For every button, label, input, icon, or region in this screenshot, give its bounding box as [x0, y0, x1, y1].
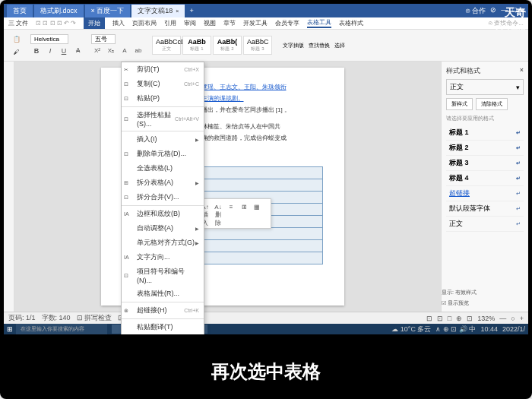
panel-title: 样式和格式	[446, 66, 480, 76]
select-button[interactable]: 选择	[334, 42, 345, 49]
tab-doc1[interactable]: 格式刷.docx	[34, 5, 84, 17]
zoom-slider[interactable]: ○	[511, 315, 515, 322]
chevron-down-icon[interactable]: ▾	[516, 84, 520, 91]
view-mode-1[interactable]: ⊡	[426, 315, 432, 322]
tray-icons[interactable]: ∧ ⊕ ⊡ 🔊 中	[435, 325, 476, 334]
superscript-button[interactable]: X²	[91, 45, 103, 57]
document-area[interactable]: 一龙、童瑶、王志文、王阳、朱珠领衔 袁文康主演的谍战剧。 同八套播出，并在爱奇艺…	[4, 62, 441, 312]
taskbar-search[interactable]: 在这里输入你要搜索的内容	[16, 324, 107, 334]
tab-home[interactable]: 首页	[7, 5, 33, 17]
style-h2[interactable]: AaBb(标题 2	[213, 36, 242, 55]
style-list-item[interactable]: 标题 3↵	[446, 156, 524, 171]
panel-close-icon[interactable]: ×	[520, 66, 524, 76]
view-mode-4[interactable]: ⊕	[456, 315, 462, 322]
view-mode-3[interactable]: □	[448, 315, 451, 322]
highlight-button[interactable]: ab	[132, 45, 144, 57]
context-menu-item[interactable]: 全选表格(L)	[122, 161, 204, 176]
clock-date[interactable]: 2022/1/	[502, 325, 525, 333]
paste-icon[interactable]: 📋	[11, 33, 23, 45]
panel-hint: 请选择要应用的格式	[446, 115, 524, 122]
style-h1[interactable]: AaBb标题 1	[182, 36, 211, 55]
view-mode-5[interactable]: ⊡	[467, 315, 473, 322]
tab-baidu[interactable]: × 百度一下	[85, 5, 131, 17]
context-menu-item[interactable]: 粘贴翻译(T)	[122, 320, 204, 334]
start-button[interactable]: ⊞	[7, 325, 13, 333]
style-list-item[interactable]: 标题 4↵	[446, 171, 524, 186]
context-menu-item[interactable]: IA边框和底纹(B)	[122, 207, 204, 221]
word-count[interactable]: 字数: 140	[42, 313, 71, 323]
tab-chapter[interactable]: 章节	[223, 19, 236, 27]
zoom-out[interactable]: —	[499, 315, 506, 322]
sync-icon[interactable]: ⊘	[490, 6, 496, 16]
text-template-button[interactable]: 文字抽版	[283, 42, 304, 49]
zoom-in[interactable]: +	[520, 315, 524, 322]
qat-icons[interactable]: ⊡ ⊡ ⊡ ⊡ ↶ ↷	[36, 20, 76, 27]
context-menu-item[interactable]: IA文字方向...	[122, 250, 204, 264]
status-bar: 页码: 1/1 字数: 140 ⊡ 拼写检查 ⊡ 文档校对 ⊡ ⊡ □ ⊕ ⊡ …	[4, 312, 528, 324]
clock-time[interactable]: 10:44	[480, 325, 498, 333]
mini-align[interactable]: ≡	[226, 201, 236, 212]
zoom-level[interactable]: 132%	[477, 315, 495, 322]
tab-current-doc[interactable]: 文字文稿18×	[131, 5, 185, 17]
context-menu-item[interactable]: ⊡粘贴(P)	[122, 91, 204, 106]
tab-reference[interactable]: 引用	[164, 19, 176, 27]
style-normal[interactable]: AaBbCcDd正文	[152, 36, 181, 55]
tab-devtools[interactable]: 开发工具	[243, 19, 268, 27]
context-menu-item[interactable]: 单元格对齐方式(G)▶	[122, 236, 204, 250]
tab-layout[interactable]: 页面布局	[132, 19, 157, 27]
style-list-item[interactable]: 标题 1↵	[446, 125, 524, 141]
context-menu-item[interactable]: ⊡复制(C)Ctrl+C	[122, 77, 204, 91]
tab-table-style[interactable]: 表格样式	[339, 19, 363, 27]
context-menu-item[interactable]: ⊡拆分合并(V)...	[122, 190, 204, 204]
mini-delete[interactable]: 删除	[215, 214, 226, 224]
context-menu-item[interactable]: ⊞拆分表格(A)▶	[122, 176, 204, 190]
file-menu[interactable]: 三 文件	[8, 19, 28, 27]
bold-button[interactable]: B	[30, 45, 43, 57]
context-menu-item[interactable]: ✂剪切(T)Ctrl+X	[122, 62, 204, 77]
collab-button[interactable]: ⊙ 合作	[465, 6, 486, 16]
style-list-item[interactable]: 正文↵	[446, 217, 524, 232]
font-family-select[interactable]	[30, 34, 68, 44]
view-mode-2[interactable]: ⊡	[437, 315, 443, 322]
font-color-button[interactable]: A	[119, 45, 131, 57]
mini-merge[interactable]: ⊞	[239, 201, 249, 212]
tab-vip[interactable]: 会员专享	[275, 19, 299, 27]
tab-review[interactable]: 审阅	[184, 19, 196, 27]
show-preview-checkbox[interactable]: ☑ 显示预览	[442, 298, 525, 309]
page-number[interactable]: 页码: 1/1	[8, 313, 36, 323]
subscript-button[interactable]: X₂	[105, 45, 117, 57]
tab-view[interactable]: 视图	[204, 19, 216, 27]
font-size-select[interactable]	[91, 34, 116, 44]
context-menu-item[interactable]: 插入(I)▶	[122, 132, 204, 147]
workspace: 一龙、童瑶、王志文、王阳、朱珠领衔 袁文康主演的谍战剧。 同八套播出，并在爱奇艺…	[4, 62, 528, 312]
italic-button[interactable]: I	[44, 45, 56, 57]
context-menu-item[interactable]: ⊡删除单元格(D)...	[122, 147, 204, 161]
style-list-item[interactable]: 标题 2↵	[446, 141, 524, 156]
spell-check[interactable]: ⊡ 拼写检查	[77, 313, 112, 323]
new-style-button[interactable]: 新样式	[446, 98, 473, 110]
format-painter-icon[interactable]: 🖌	[11, 46, 23, 58]
clear-format-button[interactable]: 清除格式	[476, 98, 508, 110]
close-icon[interactable]: ×	[176, 8, 179, 14]
find-replace-button[interactable]: 查找替换	[309, 42, 330, 49]
context-menu-item[interactable]: ⊗超链接(H)Ctrl+K	[122, 303, 204, 318]
current-style: 正文	[450, 82, 464, 92]
tab-table-tools[interactable]: 表格工具	[307, 18, 331, 28]
context-menu-item[interactable]: ⊡选择性粘贴(S)...Ctrl+Alt+V	[122, 108, 204, 130]
style-list-item[interactable]: 超链接↵	[446, 186, 524, 201]
new-tab-button[interactable]: +	[186, 7, 196, 14]
show-styles-select[interactable]: 显示: 有效样式	[442, 287, 525, 298]
mini-border[interactable]: ▦	[252, 201, 262, 212]
style-h3[interactable]: AaBbC标题 3	[243, 36, 272, 55]
video-subtitle: 再次选中表格	[0, 359, 532, 384]
context-menu-item[interactable]: 表格属性(R)...	[122, 287, 204, 301]
context-menu-item[interactable]: ⊡项目符号和编号(N)...	[122, 264, 204, 287]
style-list-item[interactable]: 默认段落字体↵	[446, 201, 524, 217]
tab-insert[interactable]: 插入	[112, 19, 125, 27]
strike-button[interactable]: A̶	[71, 45, 84, 57]
context-menu-item[interactable]: 自动调整(A)▶	[122, 221, 204, 236]
underline-button[interactable]: U	[58, 45, 70, 57]
tab-start[interactable]: 开始	[84, 17, 105, 29]
weather-widget[interactable]: ☁ 10°C 多云	[391, 325, 431, 334]
context-menu: ✂剪切(T)Ctrl+X⊡复制(C)Ctrl+C⊡粘贴(P)⊡选择性粘贴(S).…	[121, 62, 204, 334]
